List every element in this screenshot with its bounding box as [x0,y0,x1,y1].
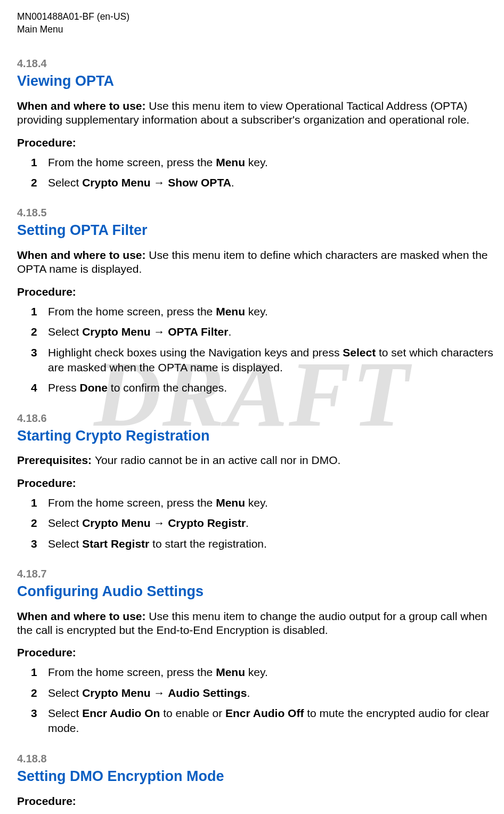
step-text: From the home screen, press the [48,666,216,678]
step-text: . [246,517,249,529]
procedure-heading: Procedure: [17,136,493,150]
procedure-list: From the home screen, press the Menu key… [17,155,493,191]
prerequisites-paragraph: Prerequisites: Your radio cannot be in a… [17,453,493,467]
when-where-paragraph: When and where to use: Use this menu ite… [17,248,493,276]
step-text: to confirm the changes. [108,381,227,394]
step-bold: Start Registr [82,538,149,550]
procedure-step: From the home screen, press the Menu key… [48,665,493,680]
step-text: key. [245,666,268,678]
step-text: . [231,176,234,189]
step-bold: Menu [216,666,245,678]
step-text: Press [48,381,80,394]
step-bold: Menu [216,496,245,509]
step-bold: Encr Audio Off [225,707,304,719]
step-text: key. [245,156,268,168]
when-where-label: When and where to use: [17,249,149,261]
step-bold: Select [343,346,376,359]
header-chapter: Main Menu [17,23,493,36]
section-title: Configuring Audio Settings [17,583,493,601]
page-container: DRAFT MN001488A01-BF (en-US) Main Menu 4… [0,0,504,814]
step-text: → [151,517,168,529]
when-where-label: When and where to use: [17,610,149,622]
procedure-heading: Procedure: [17,646,493,660]
procedure-step: From the home screen, press the Menu key… [48,495,493,510]
procedure-list: From the home screen, press the Menu key… [17,304,493,396]
step-text: → [151,325,168,338]
section-number: 4.18.5 [17,206,493,219]
step-bold: Crypto Menu [82,325,150,338]
step-text: Select [48,176,82,189]
section-number: 4.18.8 [17,752,493,766]
step-text: . [247,687,250,699]
procedure-step: Select Crypto Menu → Audio Settings. [48,686,493,701]
step-text: → [151,176,168,189]
procedure-step: Select Crypto Menu → Show OPTA. [48,175,493,190]
step-text: . [228,325,231,338]
when-where-paragraph: When and where to use: Use this menu ite… [17,99,493,127]
step-text: Select [48,707,82,719]
when-where-paragraph: When and where to use: Use this menu ite… [17,609,493,638]
header-doc-id: MN001488A01-BF (en-US) [17,11,493,23]
procedure-list: From the home screen, press the Menu key… [17,495,493,551]
step-text: Highlight check boxes using the Navigati… [48,346,343,359]
step-bold: Crypto Menu [82,176,150,189]
section-number: 4.18.7 [17,567,493,581]
section-number: 4.18.4 [17,57,493,70]
procedure-step: From the home screen, press the Menu key… [48,155,493,170]
procedure-step: Select Encr Audio On to enable or Encr A… [48,706,493,736]
step-text: From the home screen, press the [48,496,216,509]
section-title: Starting Crypto Registration [17,427,493,445]
step-bold: Crypto Registr [168,517,246,529]
procedure-heading: Procedure: [17,476,493,490]
procedure-step: Highlight check boxes using the Navigati… [48,345,493,376]
procedure-step: Select Start Registr to start the regist… [48,536,493,551]
step-text: to start the registration. [149,538,267,550]
step-bold: Encr Audio On [82,707,160,719]
procedure-heading: Procedure: [17,285,493,299]
step-text: key. [245,305,268,318]
step-text: → [151,687,168,699]
step-bold: Done [80,381,108,394]
content-region: MN001488A01-BF (en-US) Main Menu 4.18.4 … [17,11,493,814]
step-bold: Menu [216,156,245,168]
procedure-step: Select Crypto Menu → OPTA Filter. [48,324,493,339]
procedure-step: Press Done to confirm the changes. [48,380,493,395]
section-title: Setting DMO Encryption Mode [17,768,493,786]
step-bold: Audio Settings [168,687,247,699]
step-bold: Crypto Menu [82,517,150,529]
step-text: From the home screen, press the [48,156,216,168]
step-text: key. [245,496,268,509]
procedure-step: Select Crypto Menu → Crypto Registr. [48,516,493,531]
step-bold: Menu [216,305,245,318]
step-text: Select [48,687,82,699]
prerequisites-label: Prerequisites: [17,454,95,466]
step-text: Select [48,538,82,550]
when-where-label: When and where to use: [17,100,149,112]
procedure-list: From the home screen, press the Menu key… [17,665,493,736]
procedure-heading: Procedure: [17,794,493,808]
procedure-step: From the home screen, press the Menu key… [48,304,493,319]
step-bold: Show OPTA [168,176,231,189]
step-text: From the home screen, press the [48,305,216,318]
prerequisites-text: Your radio cannot be in an active call n… [95,454,340,466]
step-text: to enable or [160,707,225,719]
step-bold: Crypto Menu [82,687,150,699]
section-title: Viewing OPTA [17,72,493,91]
step-text: Select [48,517,82,529]
step-text: Select [48,325,82,338]
step-bold: OPTA Filter [168,325,228,338]
section-number: 4.18.6 [17,412,493,425]
section-title: Setting OPTA Filter [17,222,493,240]
